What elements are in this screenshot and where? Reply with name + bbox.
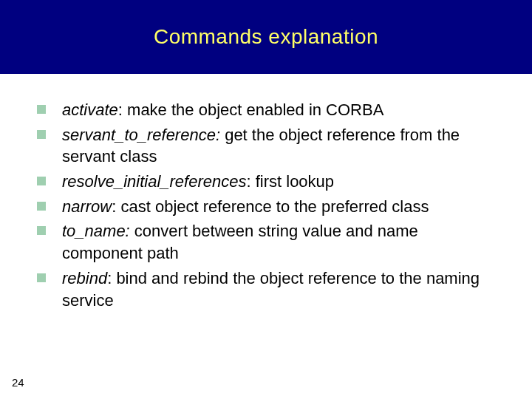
command-term: servant_to_reference: [62,126,220,144]
list-item: rebind: bind and rebind the object refer… [33,267,499,311]
list-item-text: rebind: bind and rebind the object refer… [62,267,499,311]
slide-body: activate: make the object enabled in COR… [0,74,532,311]
list-item: servant_to_reference: get the object ref… [33,124,499,168]
square-bullet-icon [37,177,46,185]
command-desc: : first lookup [246,172,334,191]
list-item-text: resolve_initial_references: first lookup [62,171,334,193]
square-bullet-icon [37,105,46,114]
list-item: activate: make the object enabled in COR… [33,99,499,121]
command-term: resolve_initial_references [62,172,246,191]
command-desc: : bind and rebind the object reference t… [62,269,480,310]
command-desc: : cast object reference to the preferred… [112,197,429,216]
list-item-text: narrow: cast object reference to the pre… [62,196,429,218]
slide-title: Commands explanation [154,25,378,49]
command-term: rebind [62,269,107,287]
list-item: to_name: convert between string value an… [33,220,499,264]
square-bullet-icon [37,130,46,139]
square-bullet-icon [37,226,46,235]
command-desc: : make the object enabled in CORBA [118,100,384,119]
command-term: to_name: [62,222,130,240]
page-number: 24 [12,376,24,389]
list-item: resolve_initial_references: first lookup [33,171,499,193]
list-item: narrow: cast object reference to the pre… [33,196,499,218]
list-item-text: activate: make the object enabled in COR… [62,99,383,121]
list-item-text: to_name: convert between string value an… [62,220,499,264]
command-term: narrow [62,197,112,216]
list-item-text: servant_to_reference: get the object ref… [62,124,499,168]
command-term: activate [62,100,118,119]
slide-header: Commands explanation [0,0,532,74]
square-bullet-icon [37,202,46,211]
square-bullet-icon [37,273,46,282]
